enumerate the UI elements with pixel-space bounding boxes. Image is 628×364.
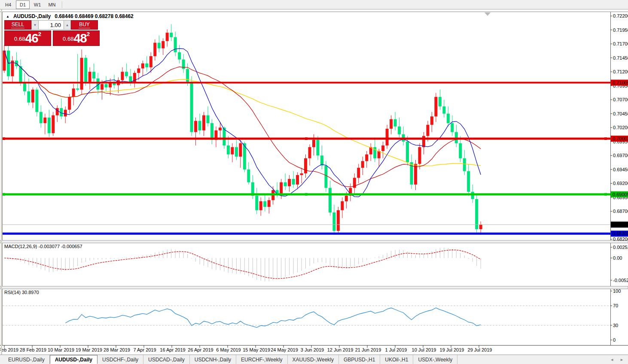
tab-ukoil-h1[interactable]: UKOil-,H1 [380,355,413,364]
candlestick [35,90,38,112]
sell-button[interactable]: SELL [4,20,31,30]
sell-price-big: 46 [25,32,38,45]
candlestick [105,84,108,88]
candlestick [263,201,266,207]
chart-tab-bar: EURUSD-,Daily AUDUSD-,Daily USDCHF-,Dail… [0,355,628,364]
candlestick [121,72,124,80]
candlestick [207,115,210,123]
candlestick [92,72,95,79]
price-tick-label: 0.71450 [613,55,628,61]
candlestick [479,224,482,229]
sell-price-box[interactable]: 0.68462 [4,30,51,46]
date-tick-label: 21 Jun 2019 [355,347,381,352]
sell-price-sup: 2 [38,31,41,37]
line-handle[interactable] [3,193,5,196]
candlestick [101,84,104,90]
candlestick [210,123,213,140]
tab-audusd-daily[interactable]: AUDUSD-,Daily [50,355,98,364]
candlestick [255,196,258,210]
candlestick [471,192,474,199]
price-tick-label: 0.69450 [613,167,628,172]
date-tick-label: 24 May 2019 [271,347,298,352]
candlestick [442,106,445,114]
date-tick-label: 1 Jul 2019 [385,347,407,352]
tab-eurchf-weekly[interactable]: EURCHF-,Weekly [236,355,287,364]
tab-scroll-right-icon[interactable]: ► [620,358,624,362]
price-badge-label: 0.68300 [613,231,628,236]
main-chart[interactable]: 0.722000.719500.717000.714500.712000.709… [0,0,628,364]
line-handle[interactable] [305,193,308,196]
candlestick [439,97,442,106]
date-tick-label: 3 Jun 2019 [301,347,324,352]
tab-scroll-left-icon[interactable]: ◄ [610,358,614,362]
timeframe-button-w1[interactable]: W1 [30,0,44,9]
candlestick [365,155,368,161]
tab-gbpusd-h1[interactable]: GBPUSD-,H1 [339,355,380,364]
trading-terminal: 0.722000.719500.717000.714500.712000.709… [0,0,628,364]
line-handle[interactable] [604,193,607,196]
candlestick [268,200,271,207]
candlestick [235,147,238,157]
price-badge-label: 0.69005 [613,192,628,197]
tab-usdx-weekly[interactable]: USDX-,Weekly [413,355,457,364]
tab-usdcnh-daily[interactable]: USDCNH-,Daily [190,355,236,364]
tab-xauusd-weekly[interactable]: XAUUSD-,Weekly [288,355,339,364]
candlestick [170,33,173,37]
price-tick-label: 0.71700 [613,41,628,46]
candlestick [76,88,79,90]
chart-quote-ohlc: 0.68446 0.68469 0.68278 0.68462 [55,13,134,19]
candlestick [406,142,409,162]
price-tick-label: 0.71950 [613,27,628,33]
candlestick [386,129,389,146]
buy-price-box[interactable]: 0.68482 [53,30,100,46]
price-tick-label: 0.68700 [613,209,628,214]
candlestick [430,116,433,125]
timeframe-button-h4[interactable]: H4 [1,0,15,9]
chart-title-row: ▲ AUDUSD-,Daily 0.68446 0.68469 0.68278 … [6,13,134,19]
candlestick [459,143,462,158]
date-tick-label: 29 Jul 2019 [468,347,492,352]
shift-end-triangle-icon[interactable] [485,12,491,16]
pane-splitter[interactable] [0,240,628,243]
macd-tick-label: 0.002522 [613,245,628,250]
tab-eurusd-daily[interactable]: EURUSD-,Daily [3,355,50,364]
tab-usdcad-daily[interactable]: USDCAD-,Daily [143,355,190,364]
buy-price-sup: 2 [87,31,90,37]
date-tick-label: 7 Apr 2019 [133,347,156,352]
chart-menu-triangle-icon[interactable]: ▲ [6,15,9,18]
timeframe-button-d1[interactable]: D1 [16,0,30,9]
line-handle[interactable] [305,137,308,140]
candlestick [341,201,344,210]
tab-usdchf-daily[interactable]: USDCHF-,Daily [98,355,143,364]
date-tick-label: 28 Feb 2019 [20,347,46,352]
candlestick [194,121,197,132]
line-handle[interactable] [604,137,607,140]
candlestick [43,118,46,123]
candlestick [304,158,307,173]
pane-splitter[interactable] [0,286,628,289]
sell-price-prefix: 0.68 [14,33,25,45]
price-tick-label: 0.72200 [613,13,628,18]
volume-input[interactable] [39,20,64,30]
ma-mid-line [4,51,481,187]
date-tick-label: 16 Apr 2019 [160,347,185,352]
candlestick [418,147,421,164]
candlestick [31,90,34,103]
candlestick [141,64,144,69]
candlestick [219,127,222,130]
candlestick [133,73,136,83]
volume-increase-button[interactable]: ▲ [64,20,71,30]
candlestick [308,147,311,158]
one-click-trading-panel: SELL ▼ ▲ BUY 0.68462 0.68482 [4,20,100,46]
line-handle[interactable] [3,137,5,140]
timeframe-button-mn[interactable]: MN [45,0,59,9]
candlestick [259,201,262,210]
volume-decrease-button[interactable]: ▼ [31,20,39,30]
rsi-tick-label: 0 [613,337,616,343]
buy-button-label: BUY [79,21,90,28]
buy-button[interactable]: BUY [71,20,98,30]
candlestick [88,72,91,82]
candlestick [162,41,165,49]
date-tick-label: 19 Jul 2019 [440,347,464,352]
price-badge-label: 0.70002 [613,136,628,141]
